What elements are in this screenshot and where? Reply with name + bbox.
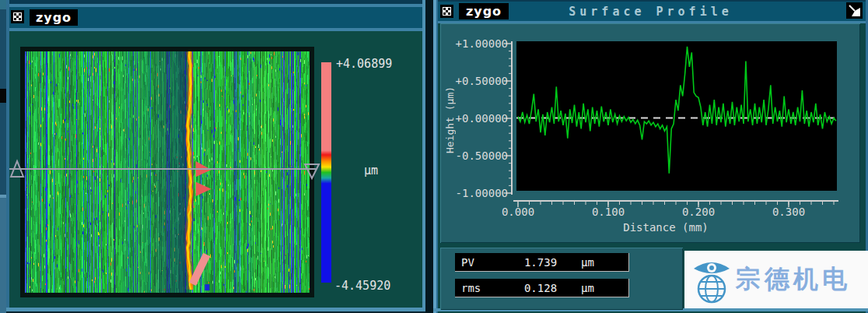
window-right-border [422,0,425,313]
x-tick-label: 0.000 [495,206,541,216]
surface-map-frame [20,47,314,297]
window-menu-button[interactable] [11,10,24,23]
rms-result-row: rms 0.128 µm [455,279,629,297]
colorbar-unit-label: µm [364,164,378,178]
window-left-border [6,0,9,313]
pv-label: PV [461,256,474,269]
window-title: Surface Profile [433,5,868,19]
eye-globe-icon [688,255,736,304]
watermark: 宗德机电 [684,251,868,308]
y-tick-label: +0.50000 [446,75,508,86]
background-window-edge-top [0,0,6,9]
profile-plot-panel: Height (µm) +1.00000+0.50000+0.00000-0.5… [440,23,860,243]
pv-value: 1.739 [509,256,572,269]
rms-unit: µm [581,282,594,294]
checker-grid-icon [14,13,21,20]
surface-map-window: zygo +4.06899 µm -4.45920 [6,0,425,313]
x-tick-label: 0.100 [585,206,632,216]
colorbar-min-label: -4.45920 [334,279,390,293]
y-tick-label: +1.00000 [446,37,508,48]
x-axis-label: Distance (mm) [572,221,759,234]
screen: zygo +4.06899 µm -4.45920 zygo Surface P… [0,0,868,313]
surface-map-image [25,51,310,293]
resize-arrow-icon [848,4,861,17]
background-window-notch [0,89,6,103]
rms-label: rms [461,282,481,294]
results-panel: PV 1.739 µm rms 0.128 µm [440,248,683,310]
watermark-text: 宗德机电 [736,262,851,297]
profile-plot-area [516,41,837,191]
profile-trace [516,41,837,191]
pv-unit: µm [581,256,594,269]
y-tick-label: +0.00000 [446,112,508,123]
x-tick-label: 0.300 [765,206,812,216]
height-colorbar [321,62,331,283]
resize-tool-button[interactable] [846,2,863,19]
rms-value: 0.128 [509,282,572,294]
zygo-logo: zygo [30,9,78,26]
window-left-border-inner [436,0,438,313]
pv-result-row: PV 1.739 µm [455,253,629,272]
y-tick-label: -1.00000 [446,187,508,198]
colorbar-max-label: +4.06899 [336,57,392,71]
y-tick-label: -0.50000 [446,149,508,160]
x-tick-label: 0.200 [675,206,722,216]
titlebar-bottom-highlight [6,28,425,31]
background-window-edge-bottom [0,198,6,313]
background-window-edge [0,0,6,313]
